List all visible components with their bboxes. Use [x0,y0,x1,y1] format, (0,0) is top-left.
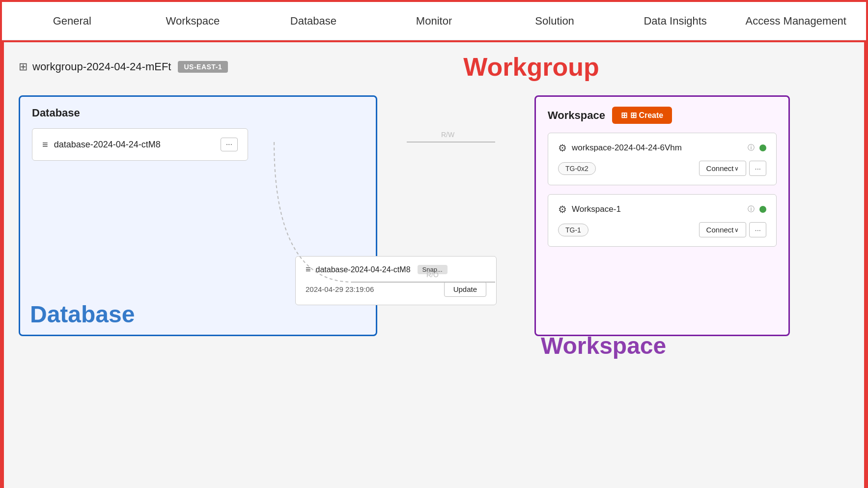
nav-monitor[interactable]: Monitor [374,10,495,32]
workgroup-name: workgroup-2024-04-24-mEFt [32,60,171,73]
workspace-2-status-dot [759,206,766,213]
create-workspace-button[interactable]: ⊞ ⊞ Create [612,107,672,124]
nav-solution[interactable]: Solution [494,10,615,32]
workspace-2-chevron-icon: ∨ [734,227,739,233]
workspace-2-connect-label: Connect [706,226,734,234]
database-watermark-label: Database [30,301,135,328]
workspace-card-1-header: ⚙ workspace-2024-04-24-6Vhm ⓘ [558,142,766,154]
workspace-card-1-footer: TG-0x2 Connect ∨ ··· [558,161,766,176]
workgroup-icon: ⊞ [19,60,28,73]
workspace-2-connect-button[interactable]: Connect ∨ [699,222,747,237]
nav-data-insights[interactable]: Data Insights [615,10,736,32]
nav-database[interactable]: Database [253,10,374,32]
workspace-watermark-label: Workspace [541,332,666,359]
workspace-card-2: ⚙ Workspace-1 ⓘ TG-1 Connect ∨ ··· [548,194,777,247]
workgroup-title: Workgroup [243,52,820,82]
workspace-2-info-icon[interactable]: ⓘ [748,205,755,214]
workspace-2-name: Workspace-1 [572,204,742,214]
main-content: ⊞ workgroup-2024-04-24-mEFt US-EAST-1 Wo… [2,40,866,488]
workspace-1-tg-badge: TG-0x2 [558,162,596,175]
snapshot-db-name: database-2024-04-24-ctM8 [316,265,411,274]
workspace-2-more-button[interactable]: ··· [749,222,766,237]
workspace-1-actions: Connect ∨ ··· [699,161,766,176]
workspace-panel-header: Workspace ⊞ ⊞ Create [548,107,777,124]
workspace-2-icon: ⚙ [558,203,567,215]
workspace-1-more-button[interactable]: ··· [749,161,766,176]
connector-svg: R/W R/O [407,95,505,336]
workspace-2-tg-badge: TG-1 [558,224,588,236]
database-card: ≡ database-2024-04-24-ctM8 ··· [32,128,248,161]
workspace-2-actions: Connect ∨ ··· [699,222,766,237]
workspace-1-connect-label: Connect [706,164,734,172]
workspace-1-status-dot [759,144,766,151]
workspace-1-name: workspace-2024-04-24-6Vhm [572,143,742,153]
workspace-card-1: ⚙ workspace-2024-04-24-6Vhm ⓘ TG-0x2 Con… [548,133,777,185]
workspace-1-info-icon[interactable]: ⓘ [748,144,755,152]
diagram-area: Database ≡ database-2024-04-24-ctM8 ··· … [19,95,849,336]
database-icon: ≡ [42,139,48,150]
connector-area: R/W R/O [407,95,505,336]
workspace-panel: Workspace ⊞ ⊞ Create ⚙ workspace-2024-04… [534,95,790,336]
svg-text:R/O: R/O [426,271,439,279]
nav-workspace[interactable]: Workspace [133,10,253,32]
database-name: database-2024-04-24-ctM8 [54,140,215,150]
svg-text:R/W: R/W [441,131,455,139]
snapshot-date: 2024-04-29 23:19:06 [306,285,374,293]
nav-general[interactable]: General [12,10,133,32]
region-badge[interactable]: US-EAST-1 [178,61,228,73]
create-label: ⊞ Create [630,111,663,120]
workspace-1-chevron-icon: ∨ [734,165,739,172]
top-navigation: General Workspace Database Monitor Solut… [2,2,866,40]
diagram-panels: Database ≡ database-2024-04-24-ctM8 ··· … [19,95,849,336]
database-panel-title: Database [32,107,364,119]
workspace-1-icon: ⚙ [558,142,567,154]
workspace-card-2-header: ⚙ Workspace-1 ⓘ [558,203,766,215]
workspace-card-2-footer: TG-1 Connect ∨ ··· [558,222,766,237]
workspace-1-connect-button[interactable]: Connect ∨ [699,161,747,176]
database-more-button[interactable]: ··· [221,138,238,151]
nav-access-management[interactable]: Access Management [735,10,856,32]
create-icon: ⊞ [621,111,627,120]
database-panel: Database ≡ database-2024-04-24-ctM8 ··· … [19,95,377,336]
workgroup-header: ⊞ workgroup-2024-04-24-mEFt US-EAST-1 Wo… [19,52,849,82]
workspace-panel-title: Workspace [548,109,605,122]
